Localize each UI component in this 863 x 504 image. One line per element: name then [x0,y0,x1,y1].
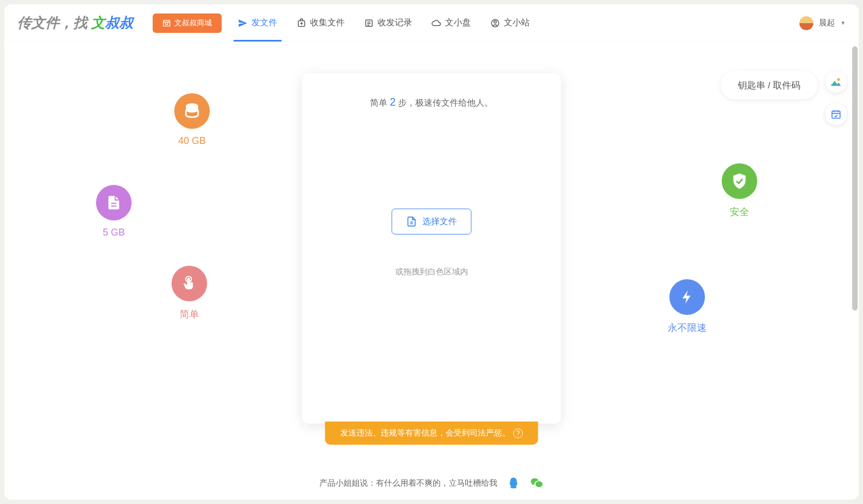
feature-storage: 40 GB [174,93,210,147]
nav-history[interactable]: 收发记录 [364,4,412,42]
cloud-icon [432,18,441,28]
station-icon [490,18,500,28]
feature-speed-label: 永不限速 [668,321,707,334]
nav-history-label: 收发记录 [378,17,412,29]
logo: 传文件，找 文叔叔 [17,13,133,32]
gallery-button[interactable] [825,71,847,93]
feature-storage-label: 40 GB [178,135,206,147]
warning-banner: 发送违法、违规等有害信息，会受到司法严惩。 ? [325,422,538,445]
calendar-icon [831,109,841,120]
header: 传文件，找 文叔叔 文叔叔商城 发文件 收集文件 收发记录 文小盘 [4,4,859,42]
footer: 产品小姐姐说：有什么用着不爽的，立马吐槽给我 [319,476,544,490]
nav-collect-label: 收集文件 [310,17,345,29]
side-icons [825,71,847,125]
touch-icon [172,266,207,301]
svg-point-3 [494,20,497,23]
logo-text-1: 传文件，找 [17,15,91,31]
feature-simple-label: 简单 [180,308,199,321]
content: 钥匙串 / 取件码 40 GB 5 GB [4,42,859,500]
feature-safe: 安全 [722,163,757,218]
calendar-button[interactable] [825,103,847,125]
image-icon [830,76,842,88]
select-file-button[interactable]: 选择文件 [392,209,471,234]
shield-icon [722,163,757,199]
card-title-num: 2 [389,96,395,108]
wechat-icon[interactable] [530,476,544,490]
footer-text: 产品小姐姐说：有什么用着不爽的，立马吐槽给我 [319,478,497,488]
select-file-label: 选择文件 [422,216,457,227]
feature-file: 5 GB [96,185,132,238]
qq-icon[interactable] [507,477,520,489]
nav-disk[interactable]: 文小盘 [432,4,471,42]
logo-text-2: 文 [91,15,105,31]
nav: 发文件 收集文件 收发记录 文小盘 文小站 [238,4,530,42]
nav-send-label: 发文件 [251,17,277,29]
card-title-pre: 简单 [370,98,389,107]
scrollbar[interactable] [852,46,858,310]
feature-speed: 永不限速 [668,279,707,334]
user-menu[interactable]: 晨起 ▼ [799,16,846,30]
feature-safe-label: 安全 [730,205,749,218]
feature-file-label: 5 GB [102,227,125,238]
help-icon[interactable]: ? [513,429,523,438]
logo-text-3: 叔叔 [105,15,133,31]
card-title: 简单 2 步，极速传文件给他人。 [318,96,545,109]
avatar [799,16,813,30]
svg-point-4 [837,78,840,81]
side-right: 钥匙串 / 取件码 [721,71,847,125]
shop-icon [162,19,171,27]
upload-card: 简单 2 步，极速传文件给他人。 选择文件 或拖拽到白色区域内 [302,73,561,424]
feature-simple: 简单 [172,266,207,321]
nav-send[interactable]: 发文件 [238,4,277,42]
nav-collect[interactable]: 收集文件 [297,4,345,42]
caret-down-icon: ▼ [840,20,846,26]
warning-text: 发送违法、违规等有害信息，会受到司法严惩。 [340,428,510,438]
user-name: 晨起 [819,18,835,28]
keychain-label: 钥匙串 / 取件码 [738,79,800,92]
mall-label: 文叔叔商城 [174,18,212,28]
mall-button[interactable]: 文叔叔商城 [153,13,222,33]
svg-rect-5 [832,111,840,118]
keychain-button[interactable]: 钥匙串 / 取件码 [721,71,818,99]
database-icon [174,93,210,129]
nav-station-label: 文小站 [504,17,530,29]
file-icon [96,185,132,220]
file-select-icon [406,216,417,227]
collect-icon [297,18,306,28]
send-icon [238,18,248,28]
footer-lead: 产品小姐姐说： [319,478,376,487]
bolt-icon [669,279,705,315]
nav-disk-label: 文小盘 [445,17,471,29]
history-icon [364,18,374,28]
card-title-post: 步，极速传文件给他人。 [396,98,493,107]
nav-station[interactable]: 文小站 [490,4,530,42]
drag-hint: 或拖拽到白色区域内 [318,267,545,277]
footer-msg: 有什么用着不爽的，立马吐槽给我 [376,478,497,487]
